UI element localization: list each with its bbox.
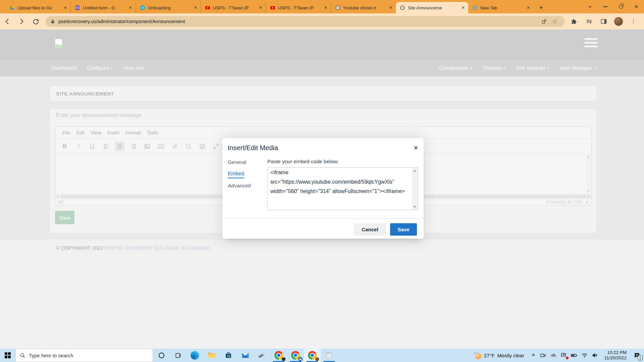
tab-close-icon[interactable]: ✕: [259, 6, 262, 10]
scroll-up-icon[interactable]: ▲: [413, 169, 416, 172]
tab-close-icon[interactable]: ✕: [129, 6, 132, 10]
nav-dashboard[interactable]: Dashboard: [51, 65, 76, 71]
wifi-button[interactable]: [579, 349, 590, 362]
task-view-button[interactable]: [170, 349, 186, 362]
minimize-button[interactable]: [598, 0, 613, 13]
italic-button[interactable]: I: [74, 142, 83, 151]
back-button[interactable]: [1, 15, 14, 28]
scroll-down-icon[interactable]: ▼: [587, 190, 590, 193]
tab-close-icon[interactable]: ✕: [527, 6, 530, 10]
tab-embed[interactable]: Embed: [228, 171, 244, 178]
taskbar-mail[interactable]: [237, 349, 254, 362]
display-sync-button[interactable]: [558, 349, 569, 362]
nav-user-manager[interactable]: User Manager▾: [560, 65, 596, 71]
scroll-left-icon[interactable]: ◂: [57, 195, 59, 198]
new-tab-button[interactable]: +: [536, 2, 546, 13]
side-panel-button[interactable]: [596, 15, 611, 28]
browser-menu-button[interactable]: ⋮: [626, 15, 641, 28]
nav-themes[interactable]: Themes▾: [483, 65, 505, 71]
show-hidden-icons-button[interactable]: ^: [529, 353, 538, 358]
taskbar-weather[interactable]: 27°F Mostly clear: [473, 351, 529, 359]
close-window-button[interactable]: ✕: [629, 0, 644, 13]
tab-youtube-help[interactable]: Youtube shows h ✕: [331, 2, 396, 13]
footer-link[interactable]: POETIC RECOVERY CULTURAL EXCHANGE: [105, 245, 210, 251]
tab-close-icon[interactable]: ✕: [324, 6, 327, 10]
dialog-close-icon[interactable]: ✕: [414, 145, 418, 151]
tab-close-icon[interactable]: ✕: [462, 6, 465, 10]
scroll-up-icon[interactable]: ▲: [587, 155, 590, 158]
tab-search-button[interactable]: [582, 0, 598, 13]
share-button[interactable]: [539, 18, 549, 24]
tab-onboarding[interactable]: S Onboarding ✕: [136, 2, 201, 13]
taskbar-notepad[interactable]: [321, 349, 337, 362]
nav-configure[interactable]: Configure▾: [87, 65, 113, 71]
volume-button[interactable]: [590, 349, 600, 362]
fullscreen-button[interactable]: [211, 142, 221, 151]
insert-media-button[interactable]: [156, 142, 166, 151]
battery-button[interactable]: [569, 349, 579, 362]
taskbar-chrome-3-active[interactable]: [304, 349, 321, 362]
announcement-save-button[interactable]: Save: [55, 211, 74, 224]
start-button[interactable]: [0, 349, 15, 362]
taskbar-search[interactable]: Type here to search: [15, 349, 153, 362]
align-center-button[interactable]: [115, 142, 124, 151]
menu-tools[interactable]: Tools: [144, 130, 161, 135]
address-bar[interactable]: poeticrecovery.us/administrator/componen…: [46, 16, 565, 27]
extensions-puzzle-button[interactable]: [567, 15, 582, 28]
profile-avatar[interactable]: [611, 15, 626, 28]
nav-site-settings[interactable]: Site Settings▾: [516, 65, 549, 71]
insert-link-button[interactable]: [170, 142, 179, 151]
taskbar-file-explorer[interactable]: [203, 349, 220, 362]
taskbar-chrome-1[interactable]: [270, 349, 287, 362]
onedrive-icon-button[interactable]: [548, 349, 558, 362]
tab-upload-files[interactable]: Upload files to Go ✕: [5, 2, 70, 13]
tab-close-icon[interactable]: ✕: [194, 6, 197, 10]
bold-button[interactable]: B: [60, 142, 69, 151]
remove-link-button[interactable]: [184, 142, 193, 151]
element-path[interactable]: H1: [58, 200, 63, 204]
tab-close-icon[interactable]: ✕: [64, 6, 67, 10]
underline-button[interactable]: U: [88, 142, 97, 151]
tab-new-tab[interactable]: New Tab ✕: [468, 2, 533, 13]
align-right-button[interactable]: [129, 142, 138, 151]
action-center-button[interactable]: 1: [630, 349, 644, 362]
menu-view[interactable]: View: [88, 130, 104, 135]
tab-usps-video-1[interactable]: USPS - T'Swan (P ✕: [201, 2, 266, 13]
nav-view-site[interactable]: View Site: [123, 65, 144, 71]
save-button[interactable]: Save: [390, 223, 417, 236]
taskbar-clock[interactable]: 10:22 PM 11/20/2022: [600, 350, 630, 361]
emoticons-button[interactable]: [198, 142, 207, 151]
hamburger-menu-icon[interactable]: [584, 38, 598, 49]
embed-scrollbar[interactable]: ▲ ▼: [412, 168, 418, 209]
embed-code-input[interactable]: <iframe src="https://www.youtube.com/emb…: [268, 168, 412, 210]
tab-usps-video-2[interactable]: USPS - T'Swan (P ✕: [266, 2, 331, 13]
restore-button[interactable]: [613, 0, 629, 13]
taskbar-store[interactable]: [220, 349, 237, 362]
editor-vertical-scrollbar[interactable]: ▲ ▼: [586, 155, 591, 193]
taskbar-edge[interactable]: [186, 349, 203, 362]
media-queue-button[interactable]: [582, 15, 596, 28]
tab-close-icon[interactable]: ✕: [389, 6, 392, 10]
scroll-right-icon[interactable]: ▸: [588, 195, 590, 198]
tab-untitled-form[interactable]: Untitled form - G ✕: [70, 2, 136, 13]
reload-button[interactable]: [29, 15, 42, 28]
taskbar-chrome-2[interactable]: M: [287, 349, 304, 362]
tab-advanced[interactable]: Advanced: [228, 183, 251, 190]
resize-grip-icon[interactable]: [585, 200, 589, 204]
menu-format[interactable]: Format: [122, 130, 144, 135]
cancel-button[interactable]: Cancel: [354, 223, 386, 236]
menu-insert[interactable]: Insert: [104, 130, 122, 135]
tab-general[interactable]: General: [228, 159, 246, 166]
meet-now-button[interactable]: [538, 349, 548, 362]
menu-edit[interactable]: Edit: [73, 130, 88, 135]
forward-button[interactable]: [15, 15, 28, 28]
cortana-button[interactable]: [153, 349, 170, 362]
tab-site-announcement-active[interactable]: Site Announceme ✕: [396, 2, 468, 13]
scroll-down-icon[interactable]: ▼: [413, 205, 416, 208]
menu-file[interactable]: File: [59, 130, 73, 135]
nav-components[interactable]: Components▾: [439, 65, 472, 71]
taskbar-usb[interactable]: [254, 349, 270, 362]
insert-image-button[interactable]: [143, 142, 152, 151]
bookmark-star-button[interactable]: ☆: [549, 18, 560, 25]
align-left-button[interactable]: [101, 142, 111, 151]
